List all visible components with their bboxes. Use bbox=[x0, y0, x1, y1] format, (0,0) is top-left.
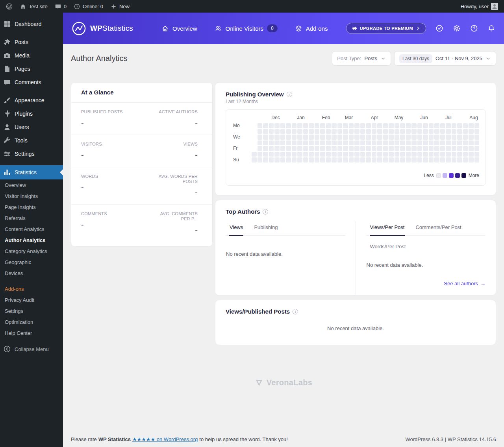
heatmap-cell bbox=[332, 152, 337, 157]
wp-admin-bar: Test site 0 Online: 0 New Howdy, user bbox=[0, 0, 504, 13]
heatmap-cell bbox=[354, 146, 359, 151]
comments-menu[interactable]: 0 bbox=[51, 0, 70, 13]
arrow-right-icon: → bbox=[480, 281, 485, 286]
heatmap-cell bbox=[366, 152, 371, 157]
notifications-bell-icon[interactable] bbox=[487, 24, 495, 32]
info-icon[interactable]: i bbox=[293, 309, 298, 314]
heatmap-cell bbox=[309, 123, 314, 128]
heatmap-week-column bbox=[383, 123, 388, 163]
heatmap-cell bbox=[315, 152, 320, 157]
submenu-item-visitor-insights[interactable]: Visitor Insights bbox=[0, 190, 63, 201]
sidebar-item-comments[interactable]: Comments bbox=[0, 76, 63, 89]
heatmap-week-column bbox=[434, 123, 439, 163]
sidebar-item-settings[interactable]: Settings bbox=[0, 147, 63, 161]
date-range-filter[interactable]: Last 30 days Oct 11 - Nov 9, 2025 bbox=[394, 51, 496, 66]
submenu-item-settings[interactable]: Settings bbox=[0, 305, 63, 316]
heatmap-cell bbox=[372, 123, 377, 128]
heatmap-cell bbox=[383, 129, 388, 134]
header-nav-add-ons[interactable]: Add-ons bbox=[295, 25, 328, 32]
wordpress-org-rating-link[interactable]: ★★★★★ on WordPress.org bbox=[132, 436, 198, 442]
sidebar-item-pages[interactable]: Pages bbox=[0, 62, 63, 76]
heatmap-cell bbox=[411, 129, 417, 134]
submenu-item-devices[interactable]: Devices bbox=[0, 268, 63, 279]
site-name-menu[interactable]: Test site bbox=[16, 0, 51, 13]
collapse-menu-button[interactable]: Collapse Menu bbox=[0, 342, 63, 356]
tab-comments-per-post[interactable]: Comments/Per Post bbox=[415, 221, 461, 235]
sidebar-item-statistics[interactable]: Statistics bbox=[0, 165, 63, 179]
heatmap-cell bbox=[337, 129, 343, 134]
heatmap-week-column bbox=[349, 123, 354, 163]
tab-words-per-post[interactable]: Words/Per Post bbox=[370, 240, 406, 250]
brand-text: WPStatistics bbox=[90, 24, 133, 33]
heatmap-week-column bbox=[309, 123, 314, 163]
sidebar-item-dashboard[interactable]: Dashboard bbox=[0, 17, 63, 31]
submenu-item-add-ons[interactable]: Add-ons bbox=[0, 283, 63, 294]
wp-logo-menu[interactable] bbox=[2, 0, 16, 13]
card-title: Top Authors bbox=[226, 208, 260, 215]
submenu-item-overview[interactable]: Overview bbox=[0, 179, 63, 190]
upgrade-premium-button[interactable]: UPGRADE TO PREMIUM bbox=[346, 23, 426, 34]
header-nav-online-visitors[interactable]: Online Visitors0 bbox=[215, 24, 278, 32]
submenu-item-author-analytics[interactable]: Author Analytics bbox=[0, 235, 63, 246]
tab-views-per-post[interactable]: Views/Per Post bbox=[370, 221, 405, 236]
submenu-item-content-analytics[interactable]: Content Analytics bbox=[0, 224, 63, 235]
header-nav-overview[interactable]: Overview bbox=[161, 25, 197, 32]
submenu-item-category-analytics[interactable]: Category Analytics bbox=[0, 246, 63, 257]
heatmap-cell bbox=[400, 146, 405, 151]
submenu-item-page-insights[interactable]: Page Insights bbox=[0, 201, 63, 212]
heatmap-cell bbox=[406, 157, 411, 163]
heatmap-cell bbox=[469, 129, 474, 134]
top-authors-header: Top Authors i bbox=[215, 200, 496, 215]
upgrade-label: UPGRADE TO PREMIUM bbox=[360, 26, 413, 31]
heatmap-month-labels: DecJanFebMarAprMayJunJulAug bbox=[252, 115, 479, 122]
sidebar-item-label: Appearance bbox=[15, 97, 44, 103]
see-all-authors-link[interactable]: See all authors → bbox=[366, 281, 486, 286]
sidebar-item-media[interactable]: Media bbox=[0, 49, 63, 62]
heatmap-cell bbox=[395, 140, 400, 146]
submenu-item-referrals[interactable]: Referrals bbox=[0, 212, 63, 224]
chevron-right-icon bbox=[416, 26, 421, 31]
info-icon[interactable]: i bbox=[287, 92, 292, 97]
heatmap-cell bbox=[274, 157, 280, 163]
submenu-item-help-center[interactable]: Help Center bbox=[0, 327, 63, 338]
sidebar-item-label: Users bbox=[15, 124, 29, 130]
submenu-item-privacy-audit[interactable]: Privacy Audit bbox=[0, 294, 63, 305]
heatmap-day-label: Fr bbox=[233, 146, 237, 151]
heatmap-cell bbox=[274, 123, 280, 128]
heatmap-cell bbox=[434, 157, 439, 163]
license-check-icon[interactable] bbox=[435, 24, 443, 32]
tab-publishing[interactable]: Publishing bbox=[254, 221, 278, 235]
heatmap-cell bbox=[417, 123, 422, 128]
heatmap-cell bbox=[434, 146, 439, 151]
submenu-item-geographic[interactable]: Geographic bbox=[0, 257, 63, 268]
help-icon[interactable] bbox=[470, 24, 478, 32]
views-published-header: Views/Published Posts i bbox=[215, 300, 496, 316]
heatmap-cell bbox=[280, 146, 285, 151]
heatmap-cell bbox=[286, 123, 291, 128]
info-icon[interactable]: i bbox=[263, 209, 268, 214]
heatmap-cell bbox=[349, 123, 354, 128]
heatmap-cell bbox=[434, 129, 439, 134]
sidebar-item-tools[interactable]: Tools bbox=[0, 134, 63, 147]
sidebar-item-appearance[interactable]: Appearance bbox=[0, 94, 63, 107]
heatmap-cell bbox=[343, 129, 348, 134]
heatmap-week-column bbox=[263, 123, 268, 163]
metric-value: - bbox=[152, 225, 198, 235]
post-type-filter[interactable]: Post Type: Posts bbox=[332, 51, 391, 66]
heatmap-cell bbox=[411, 157, 417, 163]
sidebar-item-plugins[interactable]: Plugins bbox=[0, 107, 63, 120]
settings-gear-icon[interactable] bbox=[453, 24, 461, 32]
heatmap-cell bbox=[383, 152, 388, 157]
heatmap-cell bbox=[263, 140, 268, 146]
heatmap-cell bbox=[440, 123, 445, 128]
sidebar-item-users[interactable]: Users bbox=[0, 120, 63, 134]
sidebar-item-posts[interactable]: Posts bbox=[0, 35, 63, 49]
submenu-item-optimization[interactable]: Optimization bbox=[0, 316, 63, 327]
chart-icon bbox=[3, 168, 11, 176]
new-content-menu[interactable]: New bbox=[107, 0, 133, 13]
online-users-menu[interactable]: Online: 0 bbox=[70, 0, 107, 13]
my-account-menu[interactable]: Howdy, user bbox=[457, 0, 502, 13]
heatmap-cell bbox=[354, 123, 359, 128]
tab-views[interactable]: Views bbox=[229, 221, 243, 236]
wp-statistics-logo[interactable]: WPStatistics bbox=[72, 21, 133, 36]
